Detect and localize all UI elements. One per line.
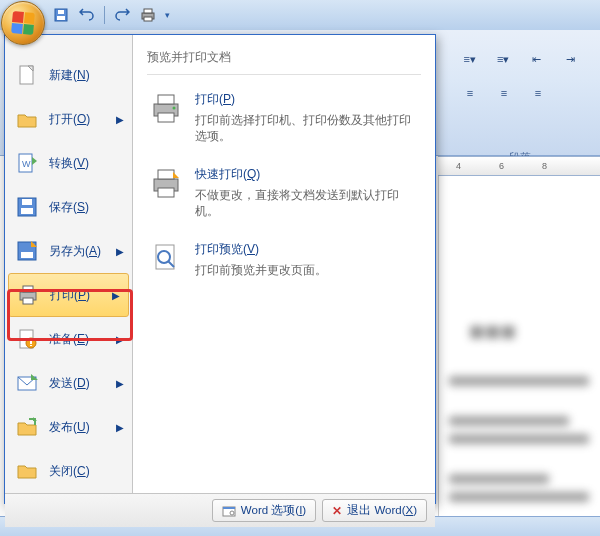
align-center-button[interactable]: ≡ bbox=[490, 82, 518, 104]
exit-word-label: 退出 Word(X) bbox=[347, 503, 417, 518]
submenu-arrow-icon: ▶ bbox=[116, 334, 124, 345]
exit-word-button[interactable]: ✕ 退出 Word(X) bbox=[322, 499, 427, 522]
qat-undo-button[interactable] bbox=[76, 4, 98, 26]
menu-item-close-folder[interactable]: 关闭(C) bbox=[5, 449, 132, 493]
open-folder-icon bbox=[15, 107, 39, 131]
new-doc-icon bbox=[15, 63, 39, 87]
submenu-item-printer[interactable]: 打印(P)打印前选择打印机、打印份数及其他打印选项。 bbox=[147, 83, 421, 158]
svg-rect-28 bbox=[158, 170, 174, 179]
svg-rect-5 bbox=[144, 17, 152, 21]
svg-rect-16 bbox=[23, 286, 33, 292]
svg-rect-14 bbox=[21, 252, 33, 258]
menu-item-publish[interactable]: 发布(U)▶ bbox=[5, 405, 132, 449]
menu-item-label: 发布(U) bbox=[49, 419, 90, 436]
submenu-arrow-icon: ▶ bbox=[116, 246, 124, 257]
document-area[interactable]: ■■■ bbox=[438, 176, 600, 536]
menu-item-label: 转换(V) bbox=[49, 155, 89, 172]
submenu-arrow-icon: ▶ bbox=[116, 378, 124, 389]
word-options-button[interactable]: Word 选项(I) bbox=[212, 499, 316, 522]
qat-redo-button[interactable] bbox=[111, 4, 133, 26]
options-icon bbox=[222, 504, 236, 518]
office-menu-footer: Word 选项(I) ✕ 退出 Word(X) bbox=[5, 493, 435, 527]
submenu-title: 预览并打印文档 bbox=[147, 45, 421, 75]
indent-decrease-button[interactable]: ⇤ bbox=[523, 48, 551, 70]
print-icon bbox=[16, 283, 40, 307]
quick-print-icon bbox=[149, 166, 183, 200]
printer-icon bbox=[149, 91, 183, 125]
office-logo-icon bbox=[11, 11, 35, 35]
submenu-item-desc: 打印前预览并更改页面。 bbox=[195, 262, 327, 278]
preview-icon bbox=[149, 241, 183, 275]
ribbon-group-paragraph: ≡▾ ≡▾ ⇤ ⇥ ≡ ≡ ≡ 段落 bbox=[450, 42, 590, 165]
convert-icon: W bbox=[15, 151, 39, 175]
submenu-item-title: 打印预览(V) bbox=[195, 241, 327, 258]
menu-item-save-disk[interactable]: 保存(S) bbox=[5, 185, 132, 229]
quick-access-toolbar: ▾ bbox=[0, 0, 600, 30]
menu-item-print[interactable]: 打印(P)▶ bbox=[8, 273, 129, 317]
svg-rect-1 bbox=[57, 16, 65, 20]
ruler-mark: 8 bbox=[542, 161, 547, 171]
svg-rect-25 bbox=[158, 113, 174, 122]
menu-item-label: 新建(N) bbox=[49, 67, 90, 84]
menu-item-prepare[interactable]: 准备(E)▶ bbox=[5, 317, 132, 361]
svg-rect-4 bbox=[144, 9, 152, 13]
menu-item-send[interactable]: 发送(D)▶ bbox=[5, 361, 132, 405]
menu-item-save-as[interactable]: 另存为(A)▶ bbox=[5, 229, 132, 273]
menu-item-label: 打印(P) bbox=[50, 287, 90, 304]
qat-quickprint-button[interactable] bbox=[137, 4, 159, 26]
ruler[interactable]: 4 6 8 bbox=[438, 156, 600, 176]
submenu-arrow-icon: ▶ bbox=[116, 114, 124, 125]
submenu-item-quick-print[interactable]: 快速打印(Q)不做更改，直接将文档发送到默认打印机。 bbox=[147, 158, 421, 233]
svg-rect-20 bbox=[30, 340, 32, 344]
submenu-item-desc: 打印前选择打印机、打印份数及其他打印选项。 bbox=[195, 112, 419, 144]
close-folder-icon bbox=[15, 459, 39, 483]
menu-item-label: 关闭(C) bbox=[49, 463, 90, 480]
office-menu: 新建(N)打开(O)▶W转换(V)保存(S)另存为(A)▶打印(P)▶准备(E)… bbox=[4, 34, 436, 504]
svg-rect-34 bbox=[223, 507, 235, 509]
send-icon bbox=[15, 371, 39, 395]
word-options-label: Word 选项(I) bbox=[241, 503, 306, 518]
submenu-item-preview[interactable]: 打印预览(V)打印前预览并更改页面。 bbox=[147, 233, 421, 292]
submenu-item-title: 快速打印(Q) bbox=[195, 166, 419, 183]
svg-rect-12 bbox=[22, 199, 32, 205]
doc-heading-blur: ■■■ bbox=[469, 316, 516, 347]
separator bbox=[104, 6, 105, 24]
list-number-button[interactable]: ≡▾ bbox=[490, 48, 518, 70]
save-as-icon bbox=[15, 239, 39, 263]
svg-rect-17 bbox=[23, 298, 33, 304]
menu-item-open-folder[interactable]: 打开(O)▶ bbox=[5, 97, 132, 141]
office-menu-right-pane: 预览并打印文档 打印(P)打印前选择打印机、打印份数及其他打印选项。快速打印(Q… bbox=[133, 35, 435, 493]
publish-icon bbox=[15, 415, 39, 439]
menu-item-label: 准备(E) bbox=[49, 331, 89, 348]
menu-item-label: 保存(S) bbox=[49, 199, 89, 216]
svg-text:W: W bbox=[22, 159, 31, 169]
menu-item-convert[interactable]: W转换(V) bbox=[5, 141, 132, 185]
submenu-arrow-icon: ▶ bbox=[116, 422, 124, 433]
office-button[interactable] bbox=[1, 1, 45, 45]
menu-item-new-doc[interactable]: 新建(N) bbox=[5, 53, 132, 97]
close-icon: ✕ bbox=[332, 504, 342, 518]
qat-save-button[interactable] bbox=[50, 4, 72, 26]
svg-point-26 bbox=[173, 107, 176, 110]
svg-rect-2 bbox=[58, 10, 64, 14]
svg-rect-21 bbox=[30, 345, 32, 346]
qat-customize-dropdown[interactable]: ▾ bbox=[165, 10, 170, 20]
align-left-button[interactable]: ≡ bbox=[456, 82, 484, 104]
submenu-item-title: 打印(P) bbox=[195, 91, 419, 108]
office-menu-left: 新建(N)打开(O)▶W转换(V)保存(S)另存为(A)▶打印(P)▶准备(E)… bbox=[5, 35, 133, 493]
list-bullet-button[interactable]: ≡▾ bbox=[456, 48, 484, 70]
menu-item-label: 另存为(A) bbox=[49, 243, 101, 260]
svg-rect-24 bbox=[158, 95, 174, 104]
prepare-icon bbox=[15, 327, 39, 351]
save-disk-icon bbox=[15, 195, 39, 219]
menu-item-label: 发送(D) bbox=[49, 375, 90, 392]
svg-rect-11 bbox=[21, 208, 33, 214]
ruler-mark: 6 bbox=[499, 161, 504, 171]
menu-item-label: 打开(O) bbox=[49, 111, 90, 128]
align-right-button[interactable]: ≡ bbox=[524, 82, 552, 104]
indent-increase-button[interactable]: ⇥ bbox=[557, 48, 585, 70]
submenu-arrow-icon: ▶ bbox=[112, 290, 120, 301]
svg-rect-29 bbox=[158, 188, 174, 197]
ruler-mark: 4 bbox=[456, 161, 461, 171]
submenu-item-desc: 不做更改，直接将文档发送到默认打印机。 bbox=[195, 187, 419, 219]
